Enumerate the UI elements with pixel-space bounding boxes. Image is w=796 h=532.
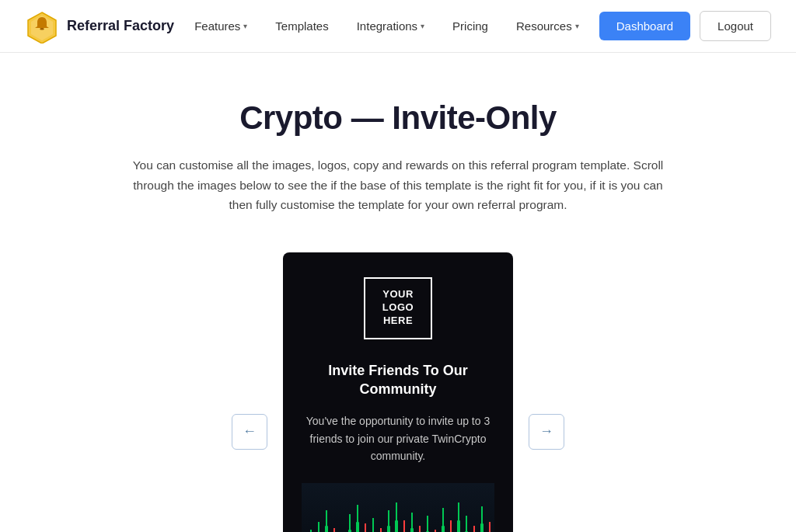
page-title: Crypto — Invite-Only xyxy=(64,99,732,137)
svg-rect-20 xyxy=(349,514,351,530)
dashboard-button[interactable]: Dashboard xyxy=(599,12,690,40)
svg-rect-48 xyxy=(442,508,444,526)
integrations-chevron-icon: ▾ xyxy=(421,22,424,30)
card-body: You've the opportunity to invite up to 3… xyxy=(302,412,494,464)
svg-rect-10 xyxy=(325,526,328,532)
brand-link[interactable]: Referral Factory xyxy=(25,9,174,43)
svg-rect-42 xyxy=(419,526,421,532)
svg-rect-51 xyxy=(457,520,460,532)
carousel-prev-button[interactable]: ← xyxy=(232,414,267,450)
svg-rect-11 xyxy=(326,510,327,526)
svg-rect-44 xyxy=(427,516,428,531)
svg-rect-47 xyxy=(442,526,445,532)
carousel-card: YOUR LOGO HERE Invite Friends To Our Com… xyxy=(283,252,513,532)
svg-rect-29 xyxy=(372,518,374,532)
nav-integrations[interactable]: Integrations ▾ xyxy=(346,13,435,39)
svg-rect-2 xyxy=(40,28,44,30)
nav-actions: Dashboard Logout xyxy=(599,11,771,41)
nav-features[interactable]: Features ▾ xyxy=(183,13,258,39)
svg-rect-34 xyxy=(388,510,389,526)
svg-rect-57 xyxy=(480,523,484,532)
svg-rect-40 xyxy=(411,513,413,528)
svg-rect-39 xyxy=(410,528,414,532)
svg-rect-54 xyxy=(466,516,467,531)
arrow-left-icon: ← xyxy=(243,423,257,440)
nav-links: Features ▾ Templates Integrations ▾ Pric… xyxy=(183,13,590,39)
carousel: ← YOUR LOGO HERE Invite Friends To Our C… xyxy=(64,252,732,532)
arrow-right-icon: → xyxy=(539,423,553,440)
card-heading: Invite Friends To Our Community xyxy=(302,361,494,399)
carousel-next-button[interactable]: → xyxy=(529,414,564,450)
card-chart: L ₿ Ξ $ xyxy=(302,483,494,532)
logo-placeholder-text: YOUR LOGO HERE xyxy=(382,288,414,328)
svg-rect-60 xyxy=(489,522,491,532)
nav-resources[interactable]: Resources ▾ xyxy=(505,13,590,39)
nav-templates[interactable]: Templates xyxy=(264,13,339,39)
svg-rect-14 xyxy=(333,528,335,532)
svg-rect-38 xyxy=(403,520,405,532)
svg-rect-36 xyxy=(396,502,397,520)
svg-rect-23 xyxy=(357,505,358,522)
resources-chevron-icon: ▾ xyxy=(575,22,579,30)
svg-rect-56 xyxy=(473,526,475,532)
logo-placeholder: YOUR LOGO HERE xyxy=(364,277,432,339)
svg-rect-32 xyxy=(380,528,382,532)
svg-rect-33 xyxy=(387,526,390,532)
brand-logo-icon xyxy=(25,9,59,43)
svg-rect-22 xyxy=(356,522,359,532)
navbar: Referral Factory Features ▾ Templates In… xyxy=(0,0,796,53)
svg-rect-50 xyxy=(450,520,452,532)
svg-rect-35 xyxy=(395,520,398,532)
main-content: Crypto — Invite-Only You can customise a… xyxy=(48,53,748,532)
crypto-chart-svg: L ₿ Ξ $ xyxy=(302,483,494,532)
svg-rect-8 xyxy=(318,522,319,532)
svg-rect-58 xyxy=(481,506,483,523)
nav-pricing[interactable]: Pricing xyxy=(442,13,499,39)
brand-name: Referral Factory xyxy=(67,18,174,34)
svg-rect-52 xyxy=(458,502,459,520)
logout-button[interactable]: Logout xyxy=(700,11,771,41)
page-description: You can customise all the images, logos,… xyxy=(126,155,670,215)
features-chevron-icon: ▾ xyxy=(243,22,247,30)
svg-rect-26 xyxy=(365,523,366,532)
